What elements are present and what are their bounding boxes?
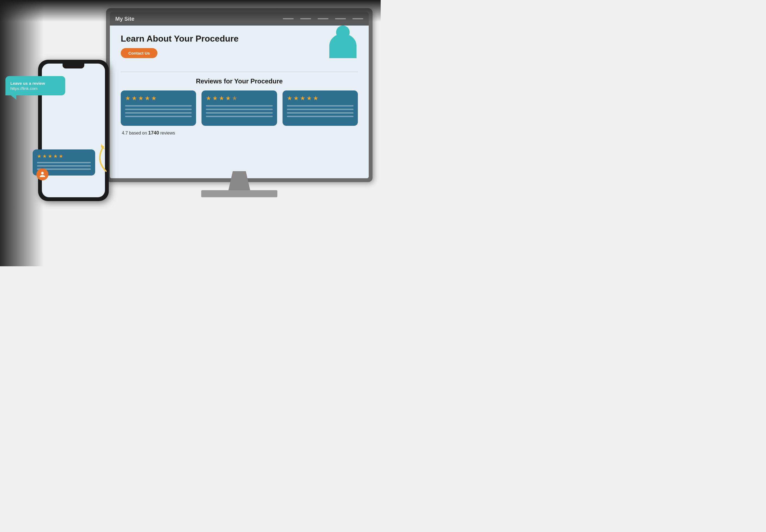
- chat-link[interactable]: https://link.com: [10, 86, 37, 91]
- monitor-stand-base: [201, 190, 277, 197]
- review-card-1: ★ ★ ★ ★ ★: [121, 90, 196, 126]
- rating-summary: 4.7 based on 1740 reviews: [121, 130, 358, 136]
- review-bubble-stars: ★ ★ ★ ★ ★: [37, 153, 91, 159]
- user-icon-circle: [36, 168, 48, 180]
- rb-star-5: ★: [59, 153, 63, 159]
- review-lines-2: [206, 105, 273, 117]
- star-3: ★: [219, 95, 224, 102]
- review-bubble-lines: [37, 162, 91, 170]
- review-bubble: ★ ★ ★ ★ ★: [33, 149, 95, 176]
- review-card-3: ★ ★ ★ ★ ★: [283, 90, 358, 126]
- nav-dash-5: [352, 18, 363, 19]
- nav-dash-2: [300, 18, 311, 19]
- star-half: ★: [232, 95, 238, 102]
- star-2: ★: [213, 95, 218, 102]
- review-lines-1: [125, 105, 192, 117]
- hero-left: Learn About Your Procedure Contact Us: [121, 34, 239, 58]
- star-1: ★: [206, 95, 211, 102]
- site-navbar: My Site: [110, 12, 369, 26]
- stars-2: ★ ★ ★ ★ ★: [206, 95, 273, 102]
- review-lines-3: [287, 105, 354, 117]
- stars-1: ★ ★ ★ ★ ★: [125, 95, 192, 102]
- contact-us-button[interactable]: Contact Us: [121, 48, 157, 58]
- reviews-grid: ★ ★ ★ ★ ★: [121, 90, 358, 126]
- star-3: ★: [138, 95, 143, 102]
- section-divider: [121, 72, 358, 72]
- phone-notch: [62, 64, 84, 68]
- rating-prefix: 4.7 based on: [122, 131, 148, 135]
- bg-overlay-left: [0, 0, 43, 266]
- nav-dash-1: [283, 18, 294, 19]
- user-icon: [39, 171, 46, 178]
- star-3: ★: [300, 95, 305, 102]
- stars-3: ★ ★ ★ ★ ★: [287, 95, 354, 102]
- site-title: My Site: [115, 16, 276, 22]
- star-1: ★: [287, 95, 292, 102]
- star-5: ★: [313, 95, 318, 102]
- rb-star-4: ★: [53, 153, 58, 159]
- site-content: Learn About Your Procedure Contact Us Re…: [110, 26, 369, 144]
- star-4: ★: [226, 95, 231, 102]
- chat-line1: Leave us a review: [10, 80, 60, 86]
- svg-marker-0: [100, 144, 106, 149]
- avatar-wrap: [328, 34, 358, 66]
- star-2: ★: [293, 95, 299, 102]
- rating-count: 1740: [148, 130, 159, 136]
- star-4: ★: [307, 95, 312, 102]
- monitor-body: My Site Learn About Your Procedure Conta…: [106, 8, 373, 182]
- rb-star-2: ★: [42, 153, 47, 159]
- hero-heading: Learn About Your Procedure: [121, 34, 239, 44]
- reviews-section-title: Reviews for Your Procedure: [121, 77, 358, 85]
- review-card-2: ★ ★ ★ ★ ★: [202, 90, 277, 126]
- scene: My Site Learn About Your Procedure Conta…: [0, 0, 381, 266]
- monitor: My Site Learn About Your Procedure Conta…: [106, 8, 373, 204]
- star-4: ★: [145, 95, 150, 102]
- rb-star-1: ★: [37, 153, 41, 159]
- star-5: ★: [151, 95, 156, 102]
- hero-section: Learn About Your Procedure Contact Us: [121, 34, 358, 66]
- star-1: ★: [125, 95, 130, 102]
- avatar-body: [329, 34, 357, 58]
- chat-bubble-teal: Leave us a review https://link.com: [5, 76, 65, 95]
- nav-dash-3: [318, 18, 329, 19]
- rating-suffix: reviews: [159, 131, 175, 135]
- nav-dash-4: [335, 18, 346, 19]
- rb-star-3: ★: [48, 153, 52, 159]
- monitor-screen: My Site Learn About Your Procedure Conta…: [110, 12, 369, 178]
- star-2: ★: [131, 95, 137, 102]
